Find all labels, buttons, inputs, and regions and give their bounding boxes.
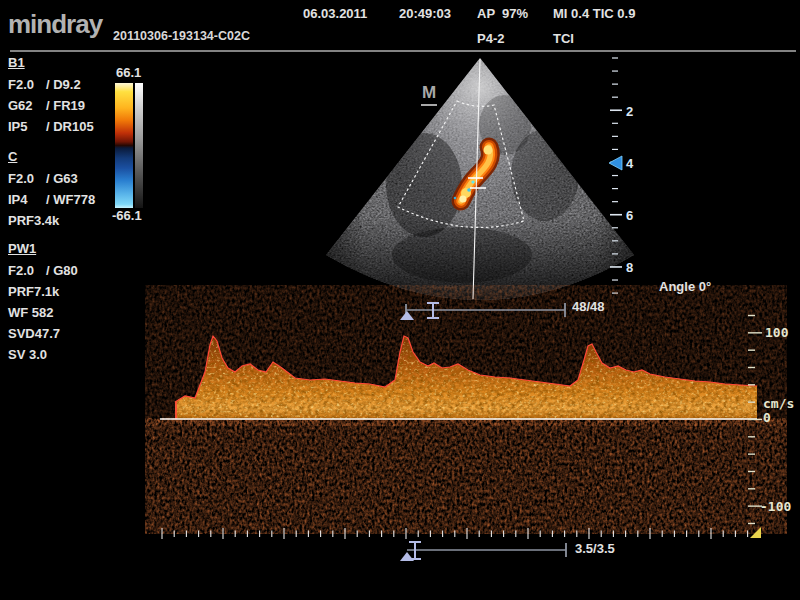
- param-row: PRF3.4k: [8, 214, 59, 228]
- mi-tic-values: MI 0.4 TIC 0.9: [553, 7, 635, 21]
- param-row: IP5/ DR105: [8, 120, 94, 134]
- param-row: F2.0/ G80: [8, 264, 78, 278]
- acoustic-power: AP 97%: [477, 7, 528, 21]
- mindray-logo: mindray: [8, 10, 102, 39]
- imaging-mode: TCI: [553, 32, 574, 46]
- date-display: 06.03.2011: [303, 7, 367, 21]
- depth-label-4: 4: [626, 157, 633, 171]
- probe-name: P4-2: [477, 32, 504, 46]
- depth-label-2: 2: [626, 105, 633, 119]
- header-divider: [10, 50, 796, 52]
- depth-label-8: 8: [626, 261, 633, 275]
- section-title-c: C: [8, 150, 17, 164]
- colorbar-max-label: 66.1: [116, 66, 141, 80]
- section-title-b1: B1: [8, 56, 25, 70]
- param-row: WF 582: [8, 306, 54, 320]
- param-row: IP4/ WF778: [8, 193, 95, 207]
- color-doppler-scale-bar: [115, 83, 133, 208]
- exam-id: 20110306-193134-C02C: [113, 30, 250, 44]
- param-row: G62/ FR19: [8, 99, 85, 113]
- depth-label-6: 6: [626, 209, 633, 223]
- velocity-min-label: -100: [760, 500, 791, 514]
- param-row: PRF7.1k: [8, 285, 59, 299]
- colorbar-min-label: -66.1: [112, 209, 142, 223]
- ultrasound-screen: mindray 20110306-193134-C02C 06.03.2011 …: [0, 0, 800, 600]
- velocity-max-label: 100: [765, 326, 788, 340]
- param-row: SVD47.7: [8, 327, 60, 341]
- param-row: SV 3.0: [8, 348, 47, 362]
- param-row: F2.0/ G63: [8, 172, 78, 186]
- orientation-marker: M: [421, 84, 437, 106]
- grayscale-bar: [135, 83, 143, 208]
- frame-counter: 48/48: [572, 300, 605, 314]
- time-display: 20:49:03: [399, 7, 451, 21]
- param-row: F2.0/ D9.2: [8, 78, 81, 92]
- angle-label: Angle 0°: [659, 280, 711, 294]
- section-title-pw1: PW1: [8, 242, 36, 256]
- sweep-counter: 3.5/3.5: [575, 542, 615, 556]
- velocity-zero-label: 0: [763, 411, 771, 425]
